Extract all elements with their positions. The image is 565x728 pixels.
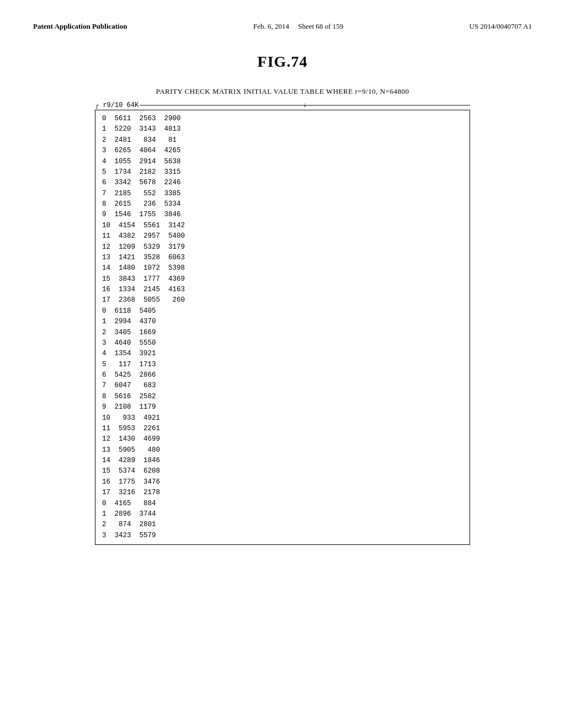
table-row: 12 1430 4699 [102, 434, 463, 445]
page: Patent Application Publication Feb. 6, 2… [0, 0, 565, 728]
table-row: 0 6118 5405 [102, 306, 463, 317]
data-table: 0 5611 2563 29001 5220 3143 48132 2481 8… [95, 110, 470, 545]
table-row: 9 2108 1179 [102, 402, 463, 413]
table-row: 4 1055 2914 5638 [102, 157, 463, 167]
table-row: 13 1421 3528 6063 [102, 253, 463, 263]
table-row: 1 2896 3744 [102, 509, 463, 520]
table-row: 12 1209 5329 3179 [102, 242, 463, 253]
arrow-indicator: ↓ [303, 101, 307, 109]
bracket-header-row: ┌ r9/10 64K ↓ [95, 101, 470, 109]
table-row: 5 1734 2182 3315 [102, 167, 463, 178]
table-row: 2 2481 834 81 [102, 135, 463, 146]
figure-title: FIG.74 [33, 53, 532, 71]
table-row: 14 4289 1846 [102, 456, 463, 466]
header-publication-label: Patent Application Publication [33, 22, 127, 31]
table-row: 3 3423 5579 [102, 531, 463, 541]
table-row: 15 3843 1777 4369 [102, 274, 463, 285]
header-date-sheet: Feb. 6, 2014 Sheet 68 of 159 [253, 22, 343, 31]
table-row: 4 1354 3921 [102, 349, 463, 359]
table-row: 7 2185 552 3385 [102, 189, 463, 199]
page-header: Patent Application Publication Feb. 6, 2… [33, 22, 532, 31]
table-row: 16 1775 3476 [102, 477, 463, 488]
table-row: 11 5953 2261 [102, 424, 463, 434]
table-row: 5 117 1713 [102, 360, 463, 370]
bracket-arrow-line: ↓ [140, 101, 470, 109]
table-row: 3 4640 5550 [102, 338, 463, 349]
table-row: 10 933 4921 [102, 413, 463, 424]
table-row: 1 2994 4370 [102, 317, 463, 327]
table-row: 14 1480 1072 5398 [102, 263, 463, 274]
header-patent-number: US 2014/0040707 A1 [470, 22, 532, 31]
table-row: 6 5425 2866 [102, 370, 463, 381]
table-container: ┌ r9/10 64K ↓ 0 5611 2563 29001 5220 314… [95, 101, 470, 545]
bracket-label: ┌ r9/10 64K [95, 101, 138, 109]
table-row: 10 4154 5561 3142 [102, 221, 463, 231]
table-row: 17 2368 5055 260 [102, 295, 463, 306]
table-row: 2 3405 1669 [102, 328, 463, 338]
table-row: 1 5220 3143 4813 [102, 124, 463, 135]
table-row: 3 6265 4064 4265 [102, 146, 463, 156]
table-row: 16 1334 2145 4163 [102, 285, 463, 295]
table-row: 15 5374 6208 [102, 466, 463, 477]
table-rows: 0 5611 2563 29001 5220 3143 48132 2481 8… [102, 114, 463, 541]
table-row: 17 3216 2178 [102, 488, 463, 498]
table-row: 7 6047 683 [102, 381, 463, 391]
header-sheet: Sheet 68 of 159 [298, 22, 343, 30]
table-row: 13 5905 480 [102, 445, 463, 456]
header-date: Feb. 6, 2014 [253, 22, 289, 30]
table-row: 11 4382 2957 5400 [102, 231, 463, 242]
figure-subtitle: PARITY CHECK MATRIX INITIAL VALUE TABLE … [33, 87, 532, 96]
table-row: 0 5611 2563 2900 [102, 114, 463, 124]
table-row: 0 4165 884 [102, 499, 463, 509]
table-row: 6 3342 5678 2246 [102, 178, 463, 188]
table-row: 8 2615 236 5334 [102, 199, 463, 210]
table-row: 9 1546 1755 3846 [102, 210, 463, 220]
table-row: 8 5616 2582 [102, 392, 463, 402]
table-row: 2 874 2801 [102, 520, 463, 530]
